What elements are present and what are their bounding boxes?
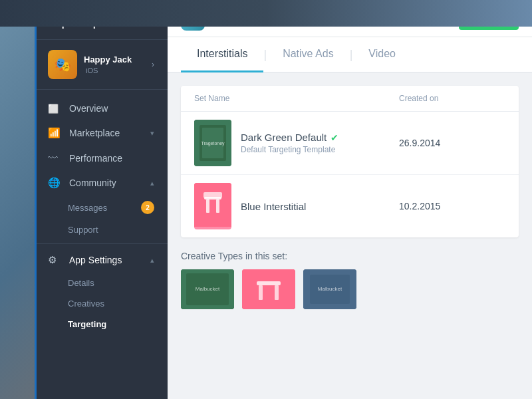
user-platform: iOS (84, 66, 152, 74)
nav-section: ⬜ Overview 📶 Marketplace ▾ 〰 Performance… (35, 90, 168, 341)
chevron-up-icon: ▴ (150, 256, 154, 265)
asset-date: 10.2.2015 (399, 201, 505, 211)
svg-rect-17 (257, 281, 281, 285)
tab-native-ads[interactable]: Native Ads (267, 37, 349, 72)
sidebar-item-overview[interactable]: ⬜ Overview (35, 96, 168, 120)
user-section[interactable]: 🎭 Happy Jack iOS › (35, 40, 168, 90)
table-header: Set Name Created on (181, 86, 519, 112)
col-set-name: Set Name (194, 94, 399, 103)
svg-text:Tragetoney: Tragetoney (201, 141, 225, 146)
sidebar-item-label: Overview (69, 103, 154, 114)
sidebar-subitem-targeting[interactable]: Targeting (35, 314, 168, 334)
verified-icon: ✔ (331, 132, 338, 143)
nav-divider (35, 243, 168, 244)
sidebar-item-label: Marketplace (69, 128, 150, 138)
svg-rect-11 (216, 200, 219, 213)
svg-rect-12 (203, 192, 222, 198)
sidebar-subitem-creatives[interactable]: Creatives (35, 293, 168, 314)
sidebar-subitem-details[interactable]: Details (35, 273, 168, 293)
messages-badge: 2 (141, 201, 154, 214)
svg-text:Malbucket: Malbucket (318, 286, 342, 292)
sidebar-item-marketplace[interactable]: 📶 Marketplace ▾ (35, 120, 168, 146)
table-row[interactable]: Tragetoney Dark Green Default ✔ Default … (181, 112, 519, 175)
creative-thumb[interactable]: Malbucket (181, 269, 234, 309)
sidebar-item-performance[interactable]: 〰 Performance (35, 146, 168, 170)
sidebar-item-label: App Settings (69, 255, 150, 265)
sidebar-item-community[interactable]: 🌐 Community ▴ (35, 170, 168, 196)
marketplace-icon: 📶 (48, 127, 61, 139)
asset-subtitle: Default Targeting Template (241, 145, 338, 154)
asset-name: Dark Green Default ✔ (241, 132, 338, 143)
creative-thumbs: Malbucket Malbucket (181, 269, 519, 309)
sidebar-item-label: Performance (69, 153, 154, 164)
svg-rect-8 (194, 183, 231, 227)
overview-icon: ⬜ (48, 104, 61, 114)
sidebar-accent (35, 0, 37, 399)
chevron-up-icon: ▴ (150, 179, 154, 188)
asset-name: Blue Interstitial (241, 201, 306, 212)
asset-thumbnail: Tragetoney (194, 120, 231, 166)
creative-types-label: Creative Types in this set: (181, 251, 519, 261)
sidebar-item-app-settings[interactable]: ⚙ App Settings ▴ (35, 247, 168, 273)
tab-video[interactable]: Video (352, 37, 412, 72)
community-icon: 🌐 (48, 177, 61, 189)
user-name: Happy Jack (84, 55, 152, 66)
gear-icon: ⚙ (48, 254, 61, 266)
chevron-down-icon: ▾ (150, 129, 154, 138)
svg-rect-10 (206, 200, 209, 213)
sidebar-subitem-support[interactable]: Support (35, 219, 168, 240)
asset-date: 26.9.2014 (399, 138, 505, 148)
creative-types-section: Creative Types in this set: Malbucket (181, 251, 519, 309)
creative-thumb[interactable] (242, 269, 295, 309)
avatar: 🎭 (48, 50, 77, 79)
asset-table: Set Name Created on Tragetoney (181, 86, 519, 237)
sidebar-item-label: Community (69, 178, 150, 188)
table-row[interactable]: Blue Interstitial 10.2.2015 (181, 175, 519, 237)
user-arrow: › (152, 60, 154, 69)
svg-text:Malbucket: Malbucket (196, 286, 220, 292)
top-bar (0, 0, 532, 27)
tabs-bar: Interstitials | Native Ads | Video (168, 37, 532, 72)
performance-icon: 〰 (48, 152, 61, 164)
svg-rect-16 (242, 269, 295, 309)
svg-rect-18 (259, 285, 263, 300)
svg-rect-19 (275, 285, 279, 300)
content-area: Set Name Created on Tragetoney (168, 72, 532, 399)
main-content: Assets Manager + Create Interstitials | … (168, 0, 532, 399)
tab-interstitials[interactable]: Interstitials (181, 37, 263, 72)
sidebar: tapdaq 4 ⚙ 🎭 Happy Jack iOS › ⬜ Overview… (35, 0, 168, 399)
col-created-on: Created on (399, 94, 505, 103)
creative-thumb[interactable]: Malbucket (303, 269, 356, 309)
asset-thumbnail (194, 183, 231, 229)
sidebar-subitem-messages[interactable]: Messages 2 (35, 196, 168, 219)
